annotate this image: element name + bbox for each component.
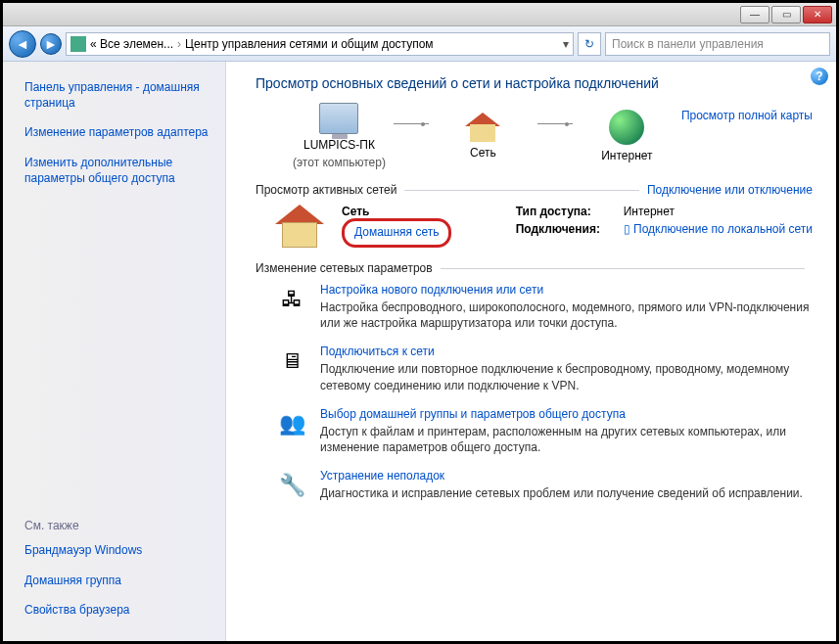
chevron-down-icon[interactable]: ▾ <box>563 37 569 51</box>
minimize-button[interactable]: — <box>740 6 769 23</box>
divider <box>404 190 639 191</box>
homegroup-icon: 👥 <box>275 407 308 440</box>
task-list: 🖧 Настройка нового подключения или сети … <box>256 283 813 502</box>
troubleshoot-icon: 🔧 <box>275 469 308 502</box>
node-pc-label: LUMPICS-ПК <box>303 138 375 152</box>
breadcrumb[interactable]: « Все элемен... › Центр управления сетям… <box>66 32 574 56</box>
task-homegroup[interactable]: 👥 Выбор домашней группы и параметров общ… <box>275 407 813 455</box>
node-inet-label: Интернет <box>601 149 652 162</box>
sidebar-firewall[interactable]: Брандмауэр Windows <box>24 543 142 557</box>
divider <box>441 268 805 269</box>
sidebar: Панель управления - домашняя страница Из… <box>3 62 226 641</box>
task-desc: Подключение или повторное подключение к … <box>320 361 813 392</box>
task-desc: Диагностика и исправление сетевых пробле… <box>320 485 803 501</box>
task-connect[interactable]: 🖥 Подключиться к сети Подключение или по… <box>275 345 813 392</box>
connect-disconnect-link[interactable]: Подключение или отключение <box>647 183 813 197</box>
active-network-row: Сеть Домашняя сеть Тип доступа: Интернет… <box>275 205 813 248</box>
task-desc: Доступ к файлам и принтерам, расположенн… <box>320 424 813 455</box>
titlebar: — ▭ ✕ <box>3 3 836 26</box>
network-name: Сеть <box>342 205 451 218</box>
task-title[interactable]: Выбор домашней группы и параметров общег… <box>320 407 626 421</box>
highlight-annotation: Домашняя сеть <box>342 218 451 248</box>
breadcrumb-prefix: « Все элемен... <box>90 37 173 51</box>
see-also-header: См. также <box>24 519 215 532</box>
connect-icon: 🖥 <box>275 345 308 378</box>
network-icon <box>465 113 500 142</box>
sidebar-home[interactable]: Панель управления - домашняя страница <box>24 80 200 110</box>
chevron-right-icon: › <box>177 37 181 51</box>
back-button[interactable]: ◄ <box>9 30 36 58</box>
close-button[interactable]: ✕ <box>803 6 832 23</box>
network-info: Тип доступа: Интернет Подключения: ▯ Под… <box>516 205 813 248</box>
task-title[interactable]: Настройка нового подключения или сети <box>320 283 543 297</box>
node-this-pc: LUMPICS-ПК (этот компьютер) <box>285 103 394 169</box>
sidebar-sharing-settings[interactable]: Изменить дополнительные параметры общего… <box>24 156 175 185</box>
connection-link[interactable]: Подключение по локальной сети <box>633 222 813 236</box>
net-line <box>394 123 429 124</box>
maximize-button[interactable]: ▭ <box>771 6 801 23</box>
node-internet: Интернет <box>573 110 681 162</box>
refresh-button[interactable]: ↻ <box>578 32 601 56</box>
help-icon[interactable]: ? <box>811 68 828 85</box>
task-desc: Настройка беспроводного, широкополосного… <box>320 299 813 331</box>
access-type-label: Тип доступа: <box>516 205 614 218</box>
task-new-connection[interactable]: 🖧 Настройка нового подключения или сети … <box>275 283 813 331</box>
adapter-icon: ▯ <box>624 222 633 236</box>
sidebar-homegroup[interactable]: Домашняя группа <box>24 574 121 587</box>
globe-icon <box>609 110 644 145</box>
control-panel-icon <box>70 36 86 52</box>
network-map: LUMPICS-ПК (этот компьютер) Сеть Интерне… <box>285 103 681 169</box>
forward-button[interactable]: ► <box>40 33 62 55</box>
task-troubleshoot[interactable]: 🔧 Устранение неполадок Диагностика и исп… <box>275 469 813 502</box>
new-connection-icon: 🖧 <box>275 283 308 316</box>
address-bar: ◄ ► « Все элемен... › Центр управления с… <box>3 26 836 62</box>
breadcrumb-current: Центр управления сетями и общим доступом <box>185 37 434 51</box>
search-input[interactable]: Поиск в панели управления <box>605 32 830 56</box>
node-pc-sublabel: (этот компьютер) <box>293 156 386 169</box>
change-settings-header: Изменение сетевых параметров <box>256 261 433 275</box>
sidebar-adapter-settings[interactable]: Изменение параметров адаптера <box>24 125 209 139</box>
main-content: ? Просмотр основных сведений о сети и на… <box>226 62 836 641</box>
node-net-label: Сеть <box>470 146 496 160</box>
computer-icon <box>319 103 358 134</box>
access-type-value: Интернет <box>624 205 675 218</box>
active-networks-header: Просмотр активных сетей <box>256 183 396 197</box>
home-network-icon <box>275 205 324 248</box>
page-title: Просмотр основных сведений о сети и наст… <box>256 75 813 91</box>
search-placeholder: Поиск в панели управления <box>612 37 764 51</box>
node-network: Сеть <box>429 113 537 160</box>
task-title[interactable]: Устранение неполадок <box>320 469 444 483</box>
full-map-link[interactable]: Просмотр полной карты <box>681 109 813 122</box>
sidebar-browser-props[interactable]: Свойства браузера <box>24 603 130 617</box>
network-type-link[interactable]: Домашняя сеть <box>354 225 439 239</box>
net-line <box>537 123 573 124</box>
connections-label: Подключения: <box>516 222 614 236</box>
task-title[interactable]: Подключиться к сети <box>320 345 435 358</box>
